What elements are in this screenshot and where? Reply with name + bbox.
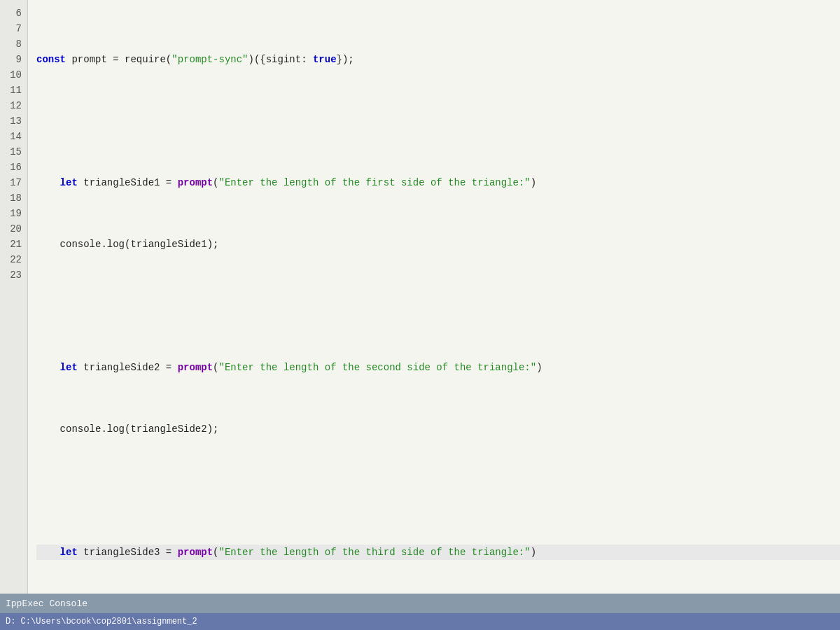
line-num-7: 7 [0,21,27,36]
code-area: 6 7 8 9 10 11 12 13 14 15 16 17 18 19 20… [0,0,840,594]
code-line-13 [36,483,840,498]
code-line-8: let triangleSide1 = prompt("Enter the le… [36,175,840,190]
code-line-14: let triangleSide3 = prompt("Enter the le… [36,545,840,560]
bottom-bar: D: C:\Users\bcook\cop2801\assignment_2 [0,613,840,630]
code-line-10 [36,298,840,314]
line-num-12: 12 [0,98,27,113]
line-num-18: 18 [0,190,27,206]
code-line-12: console.log(triangleSide2); [36,421,840,437]
line-num-11: 11 [0,83,27,98]
code-content[interactable]: const prompt = require("prompt-sync")({s… [28,0,840,594]
line-num-14: 14 [0,129,27,144]
line-num-13: 13 [0,113,27,129]
line-num-15: 15 [0,144,27,160]
statusbar-title: IppExec Console [6,598,88,609]
line-num-6: 6 [0,6,27,21]
line-num-17: 17 [0,175,27,190]
line-num-10: 10 [0,67,27,83]
line-num-20: 20 [0,221,27,237]
line-num-9: 9 [0,52,27,67]
editor-container: 6 7 8 9 10 11 12 13 14 15 16 17 18 19 20… [0,0,840,630]
line-num-8: 8 [0,36,27,52]
line-num-21: 21 [0,237,27,252]
code-line-9: console.log(triangleSide1); [36,237,840,252]
code-line-6: const prompt = require("prompt-sync")({s… [36,52,840,67]
path-text: D: C:\Users\bcook\cop2801\assignment_2 [6,617,197,626]
code-line-11: let triangleSide2 = prompt("Enter the le… [36,360,840,375]
line-num-23: 23 [0,267,27,283]
line-num-16: 16 [0,160,27,175]
line-numbers: 6 7 8 9 10 11 12 13 14 15 16 17 18 19 20… [0,0,28,594]
statusbar: IppExec Console [0,594,840,613]
line-num-22: 22 [0,252,27,267]
code-line-7 [36,113,840,129]
line-num-19: 19 [0,206,27,221]
